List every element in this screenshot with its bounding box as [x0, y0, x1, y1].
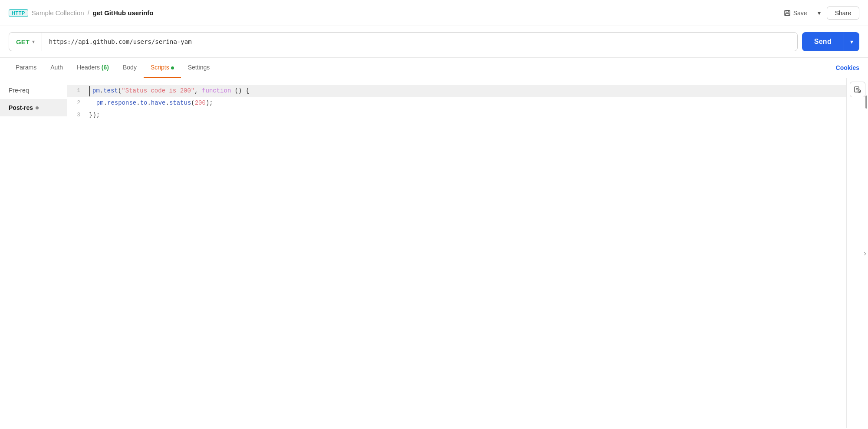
line-number: 3 — [67, 110, 89, 120]
token: to — [140, 99, 148, 106]
token: ( — [191, 99, 194, 106]
content-area: Pre-req Post-res 1pm.test("Status code i… — [0, 78, 868, 428]
token: function — [202, 87, 231, 94]
collapse-button[interactable]: › — [862, 245, 868, 261]
token: "Status code is 200" — [122, 87, 194, 94]
url-bar-container: GET ▾ Send ▾ — [0, 26, 868, 58]
save-icon — [784, 10, 791, 16]
editor-area: 1pm.test("Status code is 200", function … — [67, 78, 846, 428]
code-line: 2 pm.response.to.have.status(200); — [67, 97, 846, 109]
code-editor[interactable]: 1pm.test("Status code is 200", function … — [67, 78, 846, 428]
token: }); — [89, 112, 100, 119]
line-content: }); — [89, 110, 846, 121]
tab-body[interactable]: Body — [116, 58, 144, 78]
method-selector[interactable]: GET ▾ — [9, 33, 42, 51]
send-dropdown-button[interactable]: ▾ — [844, 32, 859, 51]
line-content: pm.response.to.have.status(200); — [89, 98, 846, 109]
line-number: 1 — [67, 86, 89, 96]
scrollbar[interactable] — [865, 96, 867, 109]
token: pm — [89, 99, 104, 106]
token: pm — [92, 87, 100, 94]
token: . — [165, 99, 169, 106]
snippets-button[interactable] — [850, 82, 865, 97]
method-label: GET — [16, 38, 30, 46]
header-left: HTTP Sample Collection / get GitHub user… — [9, 9, 154, 17]
right-toolbar: › — [846, 78, 868, 428]
headers-badge: (6) — [102, 64, 109, 71]
send-button[interactable]: Send — [802, 32, 844, 51]
token: status — [169, 99, 191, 106]
sidebar-item-post-res-label: Post-res — [9, 104, 33, 111]
token: response — [107, 99, 136, 106]
token: 200 — [195, 99, 206, 106]
save-dropdown-button[interactable]: ▾ — [816, 7, 822, 19]
sidebar-item-pre-req[interactable]: Pre-req — [0, 82, 67, 99]
breadcrumb-collection: Sample Collection — [32, 9, 84, 16]
token: . — [136, 99, 140, 106]
tab-auth[interactable]: Auth — [43, 58, 70, 78]
svg-rect-2 — [786, 13, 789, 16]
header: HTTP Sample Collection / get GitHub user… — [0, 0, 868, 26]
code-line: 3}); — [67, 109, 846, 122]
code-line: 1pm.test("Status code is 200", function … — [67, 85, 846, 97]
breadcrumb-separator: / — [88, 10, 89, 16]
url-input[interactable] — [42, 38, 797, 45]
sidebar-item-post-res[interactable]: Post-res — [0, 99, 67, 116]
token: ( — [118, 87, 122, 94]
send-btn-group: Send ▾ — [802, 32, 859, 51]
token: . — [100, 87, 103, 94]
line-content: pm.test("Status code is 200", function (… — [89, 86, 846, 96]
url-bar: GET ▾ — [9, 32, 798, 51]
tabs-left: Params Auth Headers (6) Body Scripts Set… — [9, 58, 217, 78]
sidebar: Pre-req Post-res — [0, 78, 67, 428]
token: . — [104, 99, 107, 106]
share-button[interactable]: Share — [827, 7, 859, 20]
token: ); — [206, 99, 213, 106]
tab-params[interactable]: Params — [9, 58, 43, 78]
http-badge: HTTP — [9, 9, 28, 17]
token: test — [103, 87, 118, 94]
line-number: 2 — [67, 98, 89, 108]
token: . — [147, 99, 151, 106]
token: () { — [231, 87, 249, 94]
tab-scripts[interactable]: Scripts — [144, 58, 181, 78]
save-button[interactable]: Save — [779, 7, 812, 19]
snippets-icon — [854, 86, 861, 93]
token: , — [194, 87, 202, 94]
breadcrumb-title: get GitHub userinfo — [93, 9, 154, 16]
cookies-button[interactable]: Cookies — [836, 64, 859, 71]
header-right: Save ▾ Share — [779, 7, 859, 20]
scripts-dot — [171, 66, 174, 69]
tab-settings[interactable]: Settings — [181, 58, 217, 78]
token: have — [151, 99, 166, 106]
tabs-bar: Params Auth Headers (6) Body Scripts Set… — [0, 58, 868, 78]
sidebar-item-pre-req-label: Pre-req — [9, 87, 29, 94]
post-res-dot — [36, 106, 39, 109]
svg-rect-1 — [786, 10, 789, 12]
tab-headers[interactable]: Headers (6) — [70, 58, 116, 78]
method-chevron-icon: ▾ — [32, 39, 35, 45]
